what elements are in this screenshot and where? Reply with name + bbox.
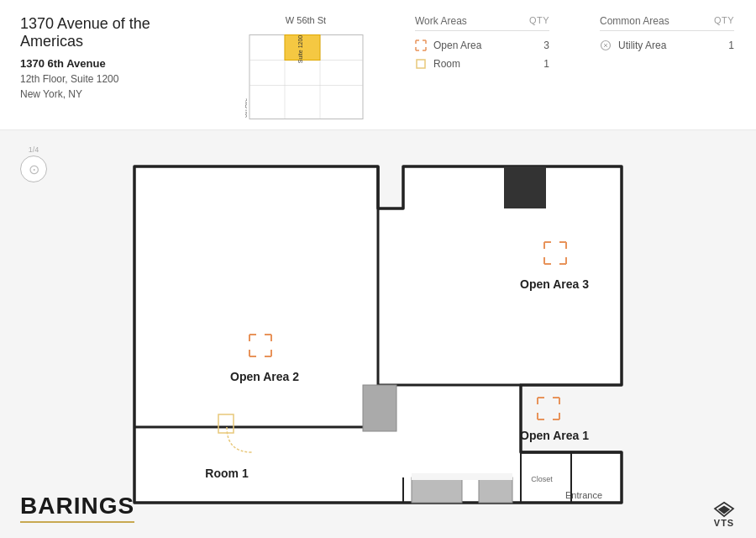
svg-text:Entrance: Entrance <box>565 490 602 500</box>
mini-floor-plan: W 56th St Suite 1200 6th Ave <box>239 15 373 125</box>
room-name: Room <box>433 58 460 70</box>
room-qty: 1 <box>543 58 549 70</box>
utility-row: Utility Area 1 <box>600 40 734 51</box>
open-area-name: Open Area <box>433 40 481 51</box>
svg-text:Open Area 3: Open Area 3 <box>520 277 589 291</box>
header: 1370 Avenue of the Americas 1370 6th Ave… <box>0 0 756 130</box>
common-areas-qty-label: QTY <box>714 15 734 27</box>
open-area-qty: 3 <box>543 40 549 51</box>
floor-plan: Closet Open Area 3 <box>118 150 638 520</box>
work-areas-group: Work Areas QTY <box>415 15 549 76</box>
street-label: W 56th St <box>286 15 326 25</box>
work-areas-label: Work Areas <box>415 15 467 27</box>
city: New York, NY <box>20 87 213 102</box>
brand-footer: BARINGS <box>20 493 134 523</box>
svg-rect-28 <box>412 473 512 480</box>
utility-name: Utility Area <box>618 40 666 51</box>
svg-text:6th Ave: 6th Ave <box>245 98 248 118</box>
utility-qty: 1 <box>728 40 734 51</box>
room-row: Room 1 <box>415 58 549 70</box>
svg-rect-16 <box>417 60 425 68</box>
svg-rect-26 <box>412 477 462 503</box>
work-areas-qty-label: QTY <box>529 15 549 27</box>
open-area-row: Open Area 3 <box>415 40 549 51</box>
suite-name: 1370 6th Avenue <box>20 57 213 70</box>
vts-logo: VTS <box>712 501 736 528</box>
common-areas-group: Common Areas QTY Utility Area 1 <box>600 15 734 76</box>
svg-text:Room 1: Room 1 <box>205 467 249 480</box>
scale-value: 1/4 <box>29 145 39 154</box>
floor-plan-svg: Closet Open Area 3 <box>118 150 638 520</box>
brand-name: BARINGS <box>20 493 134 523</box>
common-areas-header: Common Areas QTY <box>600 15 734 31</box>
room-icon <box>415 58 427 70</box>
vts-icon <box>712 501 736 518</box>
mini-plan-svg: Suite 1200 6th Ave <box>245 29 367 125</box>
floor-detail: 12th Floor, Suite 1200 <box>20 71 213 87</box>
svg-text:Closet: Closet <box>531 475 553 483</box>
area-category: Work Areas QTY <box>415 15 736 76</box>
work-areas-header: Work Areas QTY <box>415 15 549 31</box>
utility-icon <box>600 40 612 51</box>
building-info: 1370 Avenue of the Americas 1370 6th Ave… <box>20 15 213 102</box>
vts-text: VTS <box>714 518 734 528</box>
compass-icon: ⊙ <box>20 156 47 182</box>
common-areas-label: Common Areas <box>600 15 669 27</box>
svg-text:Open Area 1: Open Area 1 <box>520 429 589 442</box>
scale-indicator: 1/4 ⊙ <box>20 145 47 182</box>
expand-icon <box>415 40 427 51</box>
svg-text:Suite 1200: Suite 1200 <box>297 35 303 64</box>
areas-info: Work Areas QTY <box>398 15 736 76</box>
svg-rect-27 <box>479 477 512 503</box>
building-name: 1370 Avenue of the Americas <box>20 15 213 50</box>
svg-text:Open Area 2: Open Area 2 <box>230 370 299 383</box>
svg-rect-24 <box>504 166 546 208</box>
main-content: 1/4 ⊙ Closet <box>0 130 756 538</box>
svg-rect-25 <box>363 385 396 431</box>
